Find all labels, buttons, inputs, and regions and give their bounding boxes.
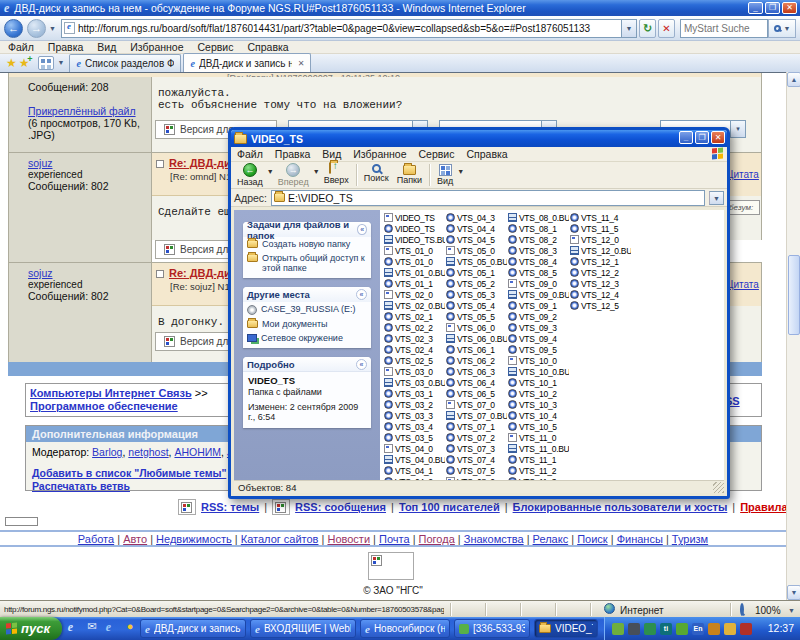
file-item[interactable]: VTS_01_1 bbox=[383, 278, 445, 289]
menu-item[interactable]: Вид bbox=[97, 41, 116, 53]
file-item[interactable]: VTS_02_0.BUP bbox=[383, 300, 445, 311]
file-item[interactable]: VTS_04_1 bbox=[383, 465, 445, 476]
file-item[interactable]: VTS_03_3 bbox=[383, 410, 445, 421]
file-item[interactable]: VIDEO_TS bbox=[383, 212, 445, 223]
taskbar-window-button[interactable]: eВХОДЯЩИЕ | WebM... bbox=[250, 619, 356, 638]
explorer-close-button[interactable]: ✕ bbox=[711, 131, 725, 144]
file-item[interactable]: VTS_11_2 bbox=[507, 465, 569, 476]
back-button[interactable]: ← bbox=[4, 19, 23, 38]
tray-icon[interactable]: En bbox=[692, 623, 704, 635]
file-item[interactable]: VTS_08_2 bbox=[507, 234, 569, 245]
file-item[interactable]: VTS_10_0.BUP bbox=[507, 366, 569, 377]
views-dropdown-icon[interactable]: ▼ bbox=[457, 168, 464, 175]
file-item[interactable]: VTS_04_0 bbox=[383, 443, 445, 454]
portal-nav-link[interactable]: Финансы bbox=[617, 533, 663, 545]
file-item[interactable]: VTS_03_0 bbox=[383, 366, 445, 377]
file-item[interactable]: VIDEO_TS.BUP bbox=[383, 234, 445, 245]
menu-item[interactable]: Сервис bbox=[198, 41, 234, 53]
file-item[interactable]: VTS_09_5 bbox=[507, 344, 569, 355]
file-item[interactable]: VTS_10_5 bbox=[507, 421, 569, 432]
forum-footer-link[interactable]: RSS: сообщения bbox=[295, 501, 386, 513]
file-item[interactable]: VTS_06_2 bbox=[445, 355, 507, 366]
tray-icon[interactable]: ti bbox=[660, 623, 672, 635]
resize-grip[interactable] bbox=[713, 482, 724, 493]
views-button[interactable]: Вид bbox=[433, 163, 457, 186]
portal-nav-link[interactable]: Недвижимость bbox=[156, 533, 232, 545]
file-item[interactable]: VTS_02_2 bbox=[383, 322, 445, 333]
file-item[interactable]: VTS_05_5 bbox=[445, 311, 507, 322]
file-item[interactable]: VTS_12_4 bbox=[569, 289, 631, 300]
portal-nav-link[interactable]: Новости bbox=[327, 533, 370, 545]
file-item[interactable]: VTS_08_3 bbox=[507, 245, 569, 256]
breadcrumb-section-link[interactable]: Компьютеры Интернет Связь bbox=[30, 387, 192, 399]
file-item[interactable]: VTS_11_0 bbox=[507, 432, 569, 443]
post-checkbox[interactable] bbox=[156, 270, 164, 278]
tab-forum-sections[interactable]: e Список разделов Форума НГС bbox=[69, 54, 181, 72]
file-item[interactable]: VTS_01_0 bbox=[383, 256, 445, 267]
url-field[interactable]: http://forum.ngs.ru/board/soft/flat/1876… bbox=[61, 19, 622, 38]
collapse-chevron-icon[interactable]: « bbox=[356, 289, 367, 300]
forum-footer-link[interactable]: Правила bbox=[740, 501, 786, 513]
file-item[interactable]: VTS_02_3 bbox=[383, 333, 445, 344]
portal-nav-link[interactable]: Туризм bbox=[672, 533, 708, 545]
file-item[interactable]: VTS_02_5 bbox=[383, 355, 445, 366]
portal-nav-link[interactable]: Погода bbox=[419, 533, 455, 545]
forward-dropdown-icon[interactable]: ▼ bbox=[313, 168, 320, 175]
menu-item[interactable]: Файл bbox=[237, 148, 263, 160]
file-item[interactable]: VTS_05_0.BUP bbox=[445, 256, 507, 267]
file-item[interactable]: VTS_04_0.BUP bbox=[383, 454, 445, 465]
file-item[interactable]: VTS_10_1 bbox=[507, 377, 569, 388]
menu-item[interactable]: Избранное bbox=[130, 41, 183, 53]
scroll-up-icon[interactable]: ▲ bbox=[787, 72, 800, 87]
file-item[interactable]: VTS_12_3 bbox=[569, 278, 631, 289]
explorer-maximize-button[interactable]: ❐ bbox=[695, 131, 709, 144]
menu-item[interactable]: Справка bbox=[466, 148, 507, 160]
file-item[interactable]: VTS_06_3 bbox=[445, 366, 507, 377]
file-item[interactable]: VTS_12_1 bbox=[569, 256, 631, 267]
author-link[interactable]: sojuz bbox=[28, 157, 53, 169]
scroll-down-icon[interactable]: ▼ bbox=[787, 585, 800, 600]
file-item[interactable]: VTS_11_1 bbox=[507, 454, 569, 465]
clock[interactable]: 12:37 bbox=[768, 622, 794, 634]
file-item[interactable]: VTS_08_5 bbox=[507, 267, 569, 278]
menu-item[interactable]: Сервис bbox=[419, 148, 455, 160]
other-places-header[interactable]: Другие места« bbox=[243, 287, 371, 302]
file-item[interactable]: VTS_06_0 bbox=[445, 322, 507, 333]
file-item[interactable]: VTS_07_0 bbox=[445, 399, 507, 410]
back-dropdown-icon[interactable]: ▼ bbox=[267, 168, 274, 175]
file-item[interactable]: VTS_12_0 bbox=[569, 234, 631, 245]
file-item[interactable]: VTS_02_0 bbox=[383, 289, 445, 300]
moderator-link[interactable]: АНОНИМ bbox=[174, 446, 221, 458]
file-item[interactable]: VTS_07_1 bbox=[445, 421, 507, 432]
taskbar-window-button[interactable]: VIDEO_TS bbox=[534, 619, 598, 638]
author-link[interactable]: sojuz bbox=[28, 267, 53, 279]
portal-nav-link[interactable]: Работа bbox=[78, 533, 114, 545]
tray-icon[interactable] bbox=[644, 623, 656, 635]
browser-minimize-button[interactable]: _ bbox=[748, 2, 763, 14]
file-item[interactable]: VTS_02_4 bbox=[383, 344, 445, 355]
file-item[interactable]: VTS_09_2 bbox=[507, 311, 569, 322]
file-item[interactable]: VTS_11_0.BUP bbox=[507, 443, 569, 454]
attachment-link[interactable]: Прикреплённый файл bbox=[28, 105, 136, 117]
file-item[interactable]: VTS_04_4 bbox=[445, 223, 507, 234]
portal-nav-link[interactable]: Каталог сайтов bbox=[241, 533, 319, 545]
folders-button[interactable]: Папки bbox=[393, 163, 426, 185]
details-header[interactable]: Подробно« bbox=[243, 357, 371, 372]
file-item[interactable]: VTS_05_0 bbox=[445, 245, 507, 256]
file-item[interactable]: VTS_12_5 bbox=[569, 300, 631, 311]
file-item[interactable]: VTS_10_4 bbox=[507, 410, 569, 421]
quote-link[interactable]: Цитата bbox=[726, 169, 759, 180]
file-item[interactable]: VTS_05_4 bbox=[445, 300, 507, 311]
scrollbar-thumb[interactable] bbox=[788, 255, 800, 335]
print-thread-link[interactable]: Распечатать ветвь bbox=[32, 480, 130, 492]
quick-tabs-dropdown-icon[interactable]: ▼ bbox=[58, 59, 65, 66]
tray-icon[interactable] bbox=[676, 623, 688, 635]
history-dropdown-icon[interactable]: ▼ bbox=[49, 25, 56, 32]
file-item[interactable]: VTS_05_2 bbox=[445, 278, 507, 289]
forum-footer-link[interactable]: RSS: темы bbox=[201, 501, 259, 513]
back-button[interactable]: ←Назад bbox=[233, 163, 267, 187]
menu-item[interactable]: Вид bbox=[322, 148, 341, 160]
portal-nav-link[interactable]: Поиск bbox=[577, 533, 607, 545]
file-item[interactable]: VTS_09_1 bbox=[507, 300, 569, 311]
file-item[interactable]: VTS_06_1 bbox=[445, 344, 507, 355]
